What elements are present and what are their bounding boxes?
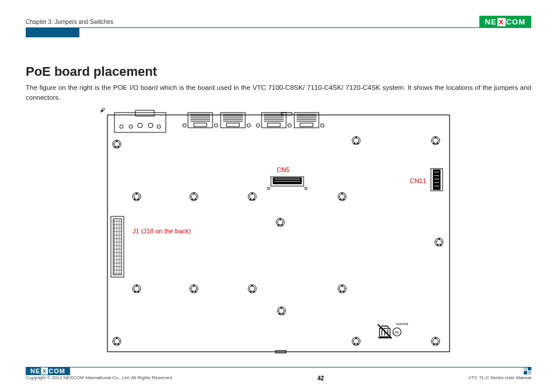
svg-point-28 <box>305 187 307 190</box>
manual-title: VTC 71-C Series User Manual <box>468 375 531 382</box>
svg-point-122 <box>435 338 436 339</box>
copyright-text: Copyright © 2012 NEXCOM International Co… <box>26 375 173 382</box>
svg-point-55 <box>134 199 135 200</box>
chapter-title: Chapter 3: Jumpers and Switches <box>26 19 113 27</box>
svg-point-66 <box>253 199 255 200</box>
footer-meta: Copyright © 2012 NEXCOM International Co… <box>26 375 531 382</box>
svg-point-120 <box>433 344 434 345</box>
svg-point-119 <box>433 339 438 344</box>
svg-point-107 <box>281 307 282 309</box>
svg-point-67 <box>252 193 253 194</box>
svg-point-61 <box>195 199 196 200</box>
board-figure: CN5 CN11 J1 (J18 on the back) <box>100 108 457 359</box>
svg-point-56 <box>138 199 139 200</box>
svg-point-101 <box>343 291 344 292</box>
svg-point-82 <box>438 239 440 240</box>
svg-point-20 <box>288 124 291 127</box>
svg-point-39 <box>114 142 120 147</box>
svg-point-114 <box>354 339 359 344</box>
svg-text:Pb: Pb <box>395 331 399 334</box>
svg-point-85 <box>134 291 135 292</box>
svg-rect-3 <box>114 113 166 132</box>
svg-text:Lead-free: Lead-free <box>396 322 409 326</box>
svg-point-62 <box>193 193 194 194</box>
svg-point-64 <box>250 194 255 200</box>
svg-point-46 <box>357 143 358 144</box>
svg-point-57 <box>136 193 137 194</box>
svg-point-72 <box>342 193 343 194</box>
svg-point-23 <box>321 124 324 127</box>
footer-rule: NE X COM <box>26 367 531 373</box>
svg-point-76 <box>281 225 283 226</box>
svg-point-69 <box>340 194 345 200</box>
svg-point-52 <box>435 137 436 138</box>
svg-point-79 <box>437 240 442 245</box>
svg-point-42 <box>116 141 117 142</box>
svg-point-109 <box>114 339 120 344</box>
footer: NE X COM Copyright © 2012 NEXCOM Interna… <box>26 367 531 382</box>
svg-point-19 <box>256 124 260 127</box>
svg-point-47 <box>356 137 357 138</box>
svg-point-65 <box>250 199 251 200</box>
svg-point-104 <box>279 309 284 314</box>
label-cn5: CN5 <box>277 166 290 173</box>
svg-rect-18 <box>267 123 280 127</box>
svg-point-111 <box>118 344 119 345</box>
svg-point-106 <box>283 313 284 314</box>
svg-point-49 <box>433 138 438 144</box>
logo-text-left: NE <box>485 18 497 26</box>
svg-point-105 <box>279 313 280 314</box>
svg-point-12 <box>183 124 186 127</box>
svg-point-41 <box>118 146 119 148</box>
svg-point-92 <box>193 285 194 286</box>
nexcom-logo-footer: NE X COM <box>26 367 70 375</box>
svg-point-112 <box>116 338 117 339</box>
svg-point-59 <box>192 194 197 200</box>
svg-point-91 <box>195 291 196 292</box>
footer-logo-right: COM <box>48 368 65 374</box>
svg-point-90 <box>192 291 193 292</box>
svg-rect-22 <box>300 123 313 127</box>
svg-rect-30 <box>433 170 440 190</box>
svg-point-80 <box>437 244 438 246</box>
svg-point-89 <box>192 286 197 292</box>
svg-point-77 <box>280 219 281 220</box>
footer-logo-left: NE <box>30 368 40 374</box>
svg-point-70 <box>340 199 341 200</box>
svg-point-7 <box>138 123 142 128</box>
svg-point-5 <box>120 125 123 128</box>
svg-point-86 <box>138 291 139 292</box>
svg-point-99 <box>340 286 345 292</box>
svg-point-40 <box>114 146 116 148</box>
svg-point-75 <box>278 225 279 226</box>
section-body: The figure on the right is the POE I/O b… <box>26 83 531 102</box>
svg-point-27 <box>267 187 270 190</box>
label-j1: J1 (J18 on the back) <box>133 228 191 235</box>
svg-point-95 <box>250 291 251 292</box>
svg-point-50 <box>433 143 434 144</box>
svg-point-96 <box>253 291 255 292</box>
svg-point-71 <box>343 199 344 200</box>
svg-point-6 <box>129 125 133 128</box>
svg-point-16 <box>247 124 250 127</box>
svg-rect-31 <box>111 216 124 277</box>
svg-point-117 <box>356 338 357 339</box>
page-number: 42 <box>318 375 324 382</box>
svg-point-110 <box>114 344 116 345</box>
svg-point-100 <box>340 291 341 292</box>
logo-x-icon: X <box>497 18 506 26</box>
nexcom-logo-header: NE X COM <box>479 16 531 28</box>
svg-point-60 <box>192 199 193 200</box>
header-accent-tab <box>26 28 79 37</box>
svg-point-81 <box>440 244 441 246</box>
svg-point-97 <box>252 285 253 286</box>
svg-point-13 <box>214 124 218 127</box>
svg-point-116 <box>357 344 358 345</box>
svg-point-115 <box>354 344 355 345</box>
svg-point-45 <box>354 143 355 144</box>
footer-logo-x-icon: X <box>41 368 48 374</box>
section-title: PoE board placement <box>26 64 531 79</box>
footer-squares-icon <box>524 367 531 374</box>
header-rule: Chapter 3: Jumpers and Switches NE X COM <box>26 13 531 28</box>
svg-point-54 <box>134 194 140 200</box>
